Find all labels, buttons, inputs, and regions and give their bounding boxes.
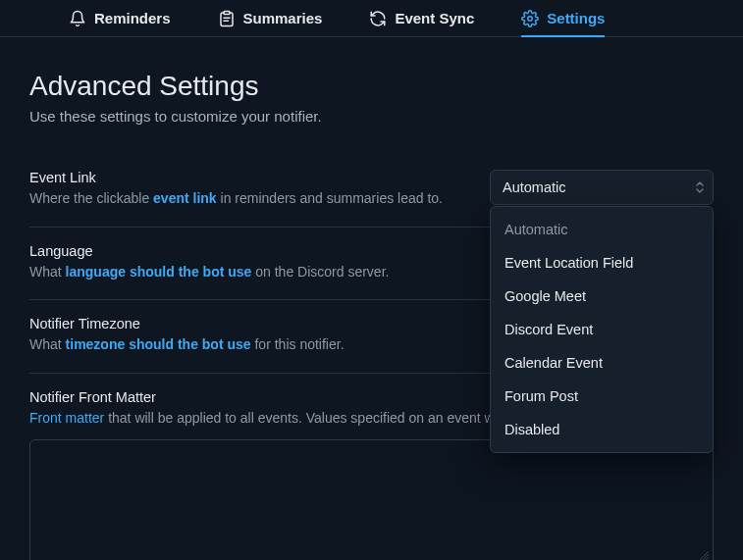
tab-label: Reminders: [94, 10, 171, 26]
page-content: Advanced Settings Use these settings to …: [0, 37, 743, 560]
tab-bar: Reminders Summaries Event Sync Settings: [0, 0, 743, 37]
setting-event-link: Event Link Where the clickable event lin…: [29, 154, 714, 228]
inline-link[interactable]: event link: [153, 190, 217, 206]
dropdown-option[interactable]: Discord Event: [491, 313, 713, 346]
inline-link[interactable]: Front matter: [29, 410, 104, 426]
bell-icon: [69, 10, 86, 27]
setting-label: Event Link: [29, 170, 470, 185]
sync-icon: [369, 10, 387, 27]
dropdown-option[interactable]: Disabled: [491, 413, 713, 446]
inline-link[interactable]: timezone should the bot use: [66, 336, 251, 352]
setting-description: Where the clickable event link in remind…: [29, 189, 470, 209]
tab-summaries[interactable]: Summaries: [218, 0, 323, 36]
tab-label: Settings: [547, 10, 605, 26]
dropdown-option[interactable]: Calendar Event: [491, 346, 713, 380]
chevron-updown-icon: [695, 180, 705, 194]
clipboard-icon: [218, 10, 236, 27]
tab-label: Summaries: [243, 10, 323, 26]
setting-description: What language should the bot use on the …: [29, 263, 470, 282]
event-link-dropdown: Automatic Event Location Field Google Me…: [490, 206, 714, 453]
svg-rect-0: [224, 11, 230, 14]
tab-event-sync[interactable]: Event Sync: [369, 0, 474, 36]
select-value: Automatic: [503, 179, 565, 195]
dropdown-option[interactable]: Event Location Field: [491, 246, 713, 280]
setting-label: Language: [29, 243, 470, 259]
setting-description: What timezone should the bot use for thi…: [29, 335, 470, 355]
dropdown-option[interactable]: Automatic: [491, 213, 713, 246]
front-matter-textarea[interactable]: [29, 439, 714, 560]
dropdown-option[interactable]: Google Meet: [491, 280, 713, 313]
inline-link[interactable]: language should the bot use: [66, 264, 252, 280]
tab-label: Event Sync: [395, 10, 474, 26]
page-subtitle: Use these settings to customize your not…: [29, 108, 714, 125]
dropdown-option[interactable]: Forum Post: [491, 380, 713, 413]
page-title: Advanced Settings: [29, 71, 714, 102]
svg-point-1: [528, 16, 533, 21]
setting-label: Notifier Timezone: [29, 316, 470, 331]
tab-reminders[interactable]: Reminders: [69, 0, 171, 36]
tab-settings[interactable]: Settings: [521, 0, 605, 36]
gear-icon: [521, 10, 539, 27]
event-link-select[interactable]: Automatic: [490, 170, 714, 205]
